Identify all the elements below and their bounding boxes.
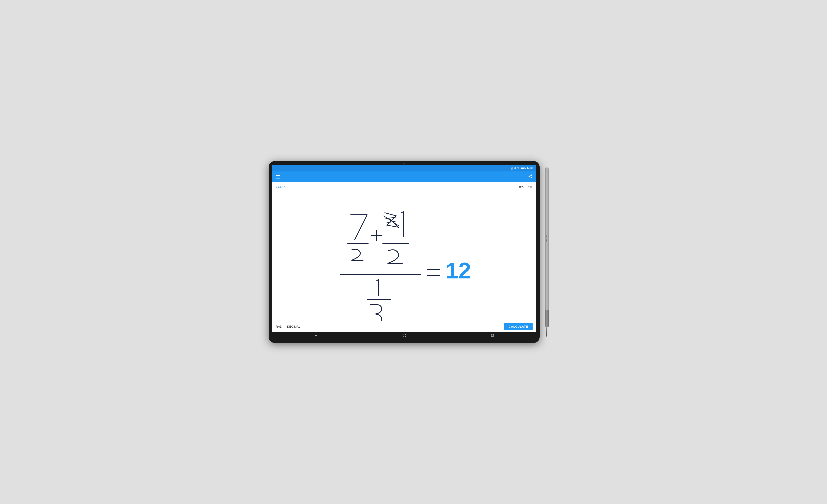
home-button[interactable]: [402, 334, 406, 337]
canvas-area[interactable]: 12: [272, 191, 536, 321]
tablet: 86% 14:31: [269, 161, 540, 343]
bottom-bar: RAD DECIMAL CALCULATE: [272, 321, 536, 332]
time-display: 14:31: [527, 167, 533, 170]
decimal-mode[interactable]: DECIMAL: [287, 325, 300, 328]
back-button[interactable]: [314, 334, 318, 337]
stylus-grip: [545, 310, 549, 327]
mode-buttons: RAD DECIMAL: [276, 325, 300, 328]
stylus-tip: [546, 327, 547, 337]
undo-redo-group: [519, 184, 533, 189]
svg-text:12: 12: [446, 258, 471, 283]
battery-percent: 86%: [515, 167, 519, 170]
stylus-body: Lenovo: [545, 167, 549, 310]
status-icons: 86% 14:31: [509, 167, 533, 170]
redo-button[interactable]: [527, 184, 533, 189]
stylus: Lenovo: [545, 167, 549, 337]
nav-bar: [272, 332, 536, 339]
share-button[interactable]: [528, 174, 533, 180]
menu-button[interactable]: [276, 175, 280, 178]
app-bar: [272, 171, 536, 182]
svg-point-9: [403, 334, 406, 337]
battery-icon: [521, 167, 526, 169]
rad-mode[interactable]: RAD: [276, 325, 282, 328]
scene: 86% 14:31: [269, 161, 558, 343]
undo-button[interactable]: [519, 184, 524, 189]
svg-rect-10: [491, 334, 493, 337]
stylus-brand: Lenovo: [546, 235, 548, 243]
toolbar: CLEAR: [272, 182, 536, 191]
tablet-screen: 86% 14:31: [272, 165, 536, 339]
status-bar: 86% 14:31: [272, 165, 536, 171]
clear-button[interactable]: CLEAR: [276, 185, 286, 188]
calculate-button[interactable]: CALCULATE: [504, 323, 533, 330]
signal-icon: [509, 167, 513, 170]
recent-button[interactable]: [491, 334, 494, 337]
